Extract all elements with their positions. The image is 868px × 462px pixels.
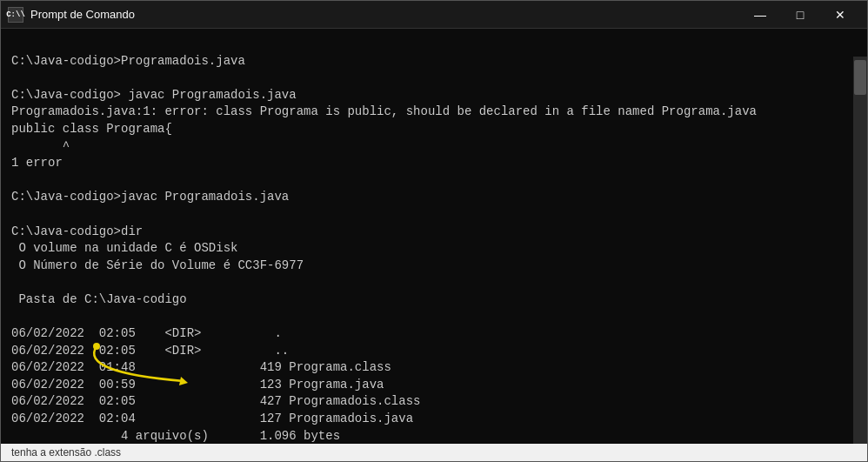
window-title: Prompt de Comando [30,8,740,21]
terminal-line [11,274,857,291]
terminal-line: C:\Java-codigo>javac Programadois.java [11,189,857,206]
terminal-line: 06/02/2022 00:59 123 Programa.java [11,377,857,394]
title-bar: C:\\ Prompt de Comando — □ ✕ [1,1,867,29]
terminal-content: C:\Java-codigo>Programadois.javaC:\Java-… [1,29,867,444]
terminal-line: 06/02/2022 01:48 419 Programa.class [11,359,857,377]
terminal-line: 06/02/2022 02:04 127 Programadois.java [11,411,857,428]
terminal-line: 06/02/2022 02:05 427 Programadois.class [11,393,857,411]
terminal-line: O Número de Série do Volume é CC3F-6977 [11,258,857,275]
maximize-button[interactable]: □ [780,1,820,29]
terminal-line: C:\Java-codigo> javac Programadois.java [11,87,857,104]
terminal-line [11,309,857,326]
scrollbar-thumb[interactable] [854,60,866,95]
window: C:\\ Prompt de Comando — □ ✕ C:\Java-cod… [0,0,868,462]
terminal-line [11,206,857,224]
terminal-line: 1 error [11,155,857,172]
terminal-line: C:\Java-codigo>Programadois.java [11,53,857,70]
terminal-line: 06/02/2022 02:05 <DIR> .. [11,343,857,360]
app-icon: C:\\ [8,7,23,23]
terminal-line: Pasta de C:\Java-codigo [11,291,857,309]
window-controls: — □ ✕ [740,1,860,29]
terminal-line: 06/02/2022 02:05 <DIR> . [11,325,857,343]
terminal-line [11,36,857,53]
scrollbar[interactable] [853,57,867,444]
terminal-line: ^ [11,138,857,156]
bottom-caption: tenha a extensão .class [11,446,121,459]
minimize-button[interactable]: — [740,1,780,29]
terminal-line [11,172,857,190]
terminal-line: Programadois.java:1: error: class Progra… [11,104,857,121]
terminal-line: 4 arquivo(s) 1.096 bytes [11,428,857,444]
terminal-line: C:\Java-codigo>dir [11,224,857,241]
terminal-line [11,70,857,87]
close-button[interactable]: ✕ [820,1,860,29]
terminal-line: public class Programa{ [11,121,857,138]
terminal-line: O volume na unidade C é OSDisk [11,240,857,258]
